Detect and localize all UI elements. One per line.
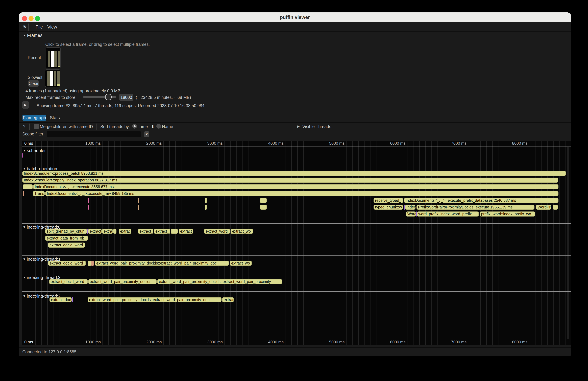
flame-bar[interactable]: extract: [179, 229, 193, 234]
flame-bar[interactable]: extract: [88, 229, 102, 234]
clear-button[interactable]: Clear: [28, 80, 39, 87]
flame-bar[interactable]: extract_docid_word: [48, 261, 86, 266]
flame-bar[interactable]: extract_word_pair_proximity_docids::extr…: [88, 297, 222, 302]
gridline: [566, 141, 566, 345]
flame-bar-tick[interactable]: [205, 205, 207, 210]
sort-time-label[interactable]: Time: [139, 124, 148, 129]
frame-bar[interactable]: [54, 71, 56, 86]
frame-bar[interactable]: [50, 71, 53, 86]
frame-bar[interactable]: [57, 71, 60, 86]
flame-bar-tick[interactable]: [171, 229, 178, 234]
titlebar[interactable]: puffin viewer: [19, 12, 571, 22]
flame-bar-tick[interactable]: [205, 198, 207, 203]
flame-bar-tick[interactable]: [87, 229, 88, 234]
thread-section-header[interactable]: ▼batch-operation: [23, 166, 57, 171]
flame-bar-tick[interactable]: [72, 297, 73, 302]
frame-bar[interactable]: [48, 51, 50, 67]
flame-bar[interactable]: extract_: [138, 229, 153, 234]
flame-bar[interactable]: extract_: [154, 229, 170, 234]
flame-bar[interactable]: IndexDocuments<_, _>::execute_prefix_dat…: [404, 198, 558, 203]
frames-section-header[interactable]: ▼ Frames: [23, 33, 42, 38]
flame-bar[interactable]: word_prefix::index_word_prefix_: [417, 212, 479, 216]
flame-bar[interactable]: IndexDocuments<_, _>::execute 8656.677 m…: [33, 184, 558, 189]
flame-bar-tick[interactable]: [23, 191, 24, 196]
flame-bar[interactable]: extrac: [119, 229, 131, 234]
flame-bar-tick[interactable]: [91, 261, 94, 266]
merge-children-checkbox[interactable]: [34, 124, 39, 129]
flame-bar[interactable]: Trans: [33, 191, 45, 196]
sort-time-radio[interactable]: [132, 124, 137, 128]
flame-bar-tick[interactable]: [95, 205, 95, 210]
flame-bar[interactable]: extrac: [222, 297, 234, 302]
connection-status: Connected to 127.0.0.1:8585: [22, 349, 77, 354]
flame-bar[interactable]: extract_word_pair_proximity_docids::extr…: [157, 279, 282, 284]
frames-usage-text: 4 frames (1 unpacked) using approximatel…: [25, 88, 122, 93]
flame-bar[interactable]: extract_doc: [49, 297, 72, 302]
flame-bar-tick[interactable]: [404, 205, 405, 210]
help-button[interactable]: ?: [23, 124, 25, 129]
flame-bar[interactable]: split_grenad_by_chun: [45, 229, 87, 234]
recent-frames-thumbnail[interactable]: [46, 47, 61, 68]
max-frames-value[interactable]: 18000: [119, 94, 133, 101]
flame-bar[interactable]: Word: [406, 212, 416, 216]
flame-bar-tick[interactable]: [88, 198, 89, 203]
flame-bar-tick[interactable]: [416, 212, 417, 216]
flame-bar-tick[interactable]: [22, 153, 23, 158]
visible-threads-header[interactable]: Visible Threads: [302, 124, 331, 129]
flame-bar[interactable]: WordPr: [536, 205, 551, 210]
frame-bar[interactable]: [51, 51, 54, 67]
flame-bar-tick[interactable]: [88, 261, 91, 266]
sort-direction-arrow-icon[interactable]: ⬇: [151, 124, 155, 129]
scrollbar-track[interactable]: [567, 147, 569, 339]
separator: [22, 339, 571, 339]
scope-filter-input[interactable]: [47, 131, 141, 137]
flame-bar[interactable]: extract_docid_word: [49, 279, 88, 284]
radio-dot: [134, 125, 136, 127]
tab-stats[interactable]: Stats: [50, 115, 60, 120]
play-button[interactable]: ▶: [22, 101, 29, 109]
flame-bar[interactable]: extract_word_pair_proximity_docids: [88, 279, 157, 284]
slowest-frames-thumbnail[interactable]: [45, 69, 61, 87]
flame-bar-tick[interactable]: [553, 205, 558, 210]
ruler-tick-label: 0 ms: [24, 340, 33, 344]
menu-view[interactable]: View: [47, 24, 57, 30]
tab-flamegraph[interactable]: Flamegraph: [22, 115, 46, 121]
flame-bar-tick[interactable]: [95, 198, 95, 203]
ruler-tick-label: 1000 ms: [85, 340, 101, 344]
flame-bar[interactable]: prefix_word::index_prefix_wo: [480, 212, 535, 216]
flame-bar[interactable]: extract_docid_word: [48, 243, 85, 248]
flame-bar-tick[interactable]: [138, 205, 139, 210]
scope-filter-clear-button[interactable]: x: [144, 131, 149, 137]
flame-bar[interactable]: PrefixWordPairsProximityDocids::execute …: [417, 205, 534, 210]
flame-bar[interactable]: extract::data_from_ob: [45, 236, 88, 241]
separator: [22, 255, 571, 256]
flame-bar[interactable]: receive_typed_: [374, 198, 403, 203]
flame-bar-tick[interactable]: [88, 205, 89, 210]
thread-section-header[interactable]: ▼scheduler: [23, 148, 46, 153]
flame-bar[interactable]: extract_wo: [231, 229, 253, 234]
flame-bar[interactable]: extra: [102, 229, 113, 234]
frame-bar[interactable]: [54, 51, 57, 67]
frame-bar[interactable]: [58, 51, 61, 67]
slider-knob[interactable]: [105, 94, 112, 100]
sort-name-radio[interactable]: [156, 124, 161, 128]
menu-file[interactable]: File: [36, 24, 43, 30]
flame-bar-tick[interactable]: [260, 198, 267, 203]
flame-bar[interactable]: extract_wo: [230, 261, 252, 266]
flame-bar[interactable]: IndexScheduler>::apply_index_operation 8…: [22, 178, 558, 183]
flame-bar-tick[interactable]: [260, 205, 267, 210]
flamegraph-canvas[interactable]: 0 ms0 ms1000 ms1000 ms2000 ms2000 ms3000…: [22, 141, 571, 345]
flame-bar-tick[interactable]: [138, 198, 139, 203]
frame-bar[interactable]: [47, 71, 50, 86]
theme-toggle-icon[interactable]: ✳: [23, 24, 27, 30]
flame-bar[interactable]: extract_word_pair_proximity_docids::extr…: [95, 261, 229, 266]
flame-bar-tick[interactable]: [23, 184, 33, 189]
flame-bar[interactable]: IndexScheduler>::process_batch 8953.821 …: [22, 171, 566, 176]
sort-name-label[interactable]: Name: [162, 124, 173, 129]
flame-bar[interactable]: index: [405, 205, 416, 210]
flame-bar[interactable]: extract_word: [204, 229, 230, 234]
window-title: puffin viewer: [19, 15, 571, 20]
flame-bar[interactable]: IndexDocuments<_, _>::execute_raw 8459.1…: [45, 191, 558, 196]
flame-bar[interactable]: typed_chunk::w: [374, 205, 403, 210]
flame-bar-tick[interactable]: [113, 229, 116, 234]
